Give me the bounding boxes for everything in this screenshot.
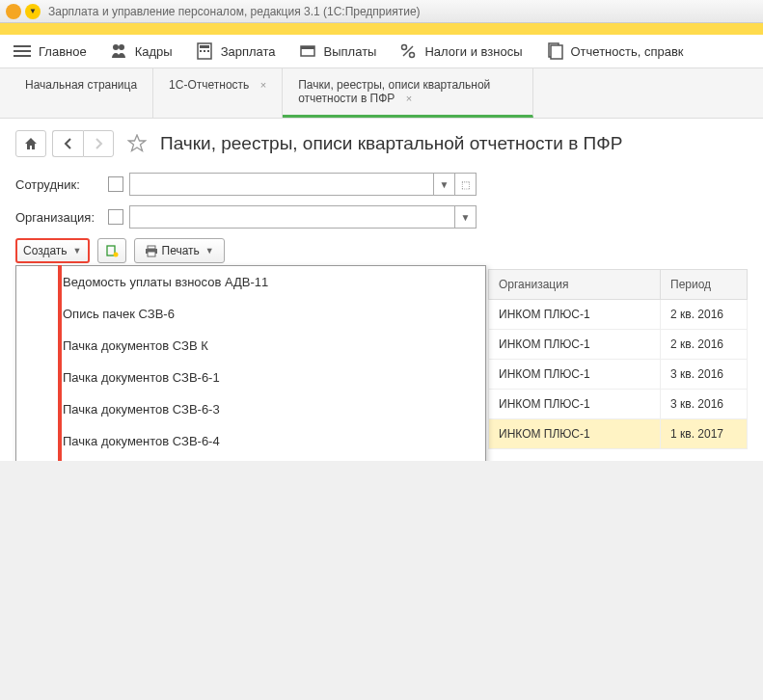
svg-rect-21: [148, 252, 155, 256]
svg-rect-8: [204, 50, 205, 52]
employee-checkbox[interactable]: [108, 176, 123, 192]
menu-label: Налоги и взносы: [424, 44, 522, 59]
org-input-group: ▼: [129, 205, 477, 229]
svg-rect-2: [14, 55, 31, 57]
create-dropdown-menu: Ведомость уплаты взносов АДВ-11 Опись па…: [15, 265, 486, 461]
filter-org-row: Организация: ▼: [15, 205, 748, 229]
menu-label: Главное: [39, 44, 87, 59]
dropdown-item[interactable]: Пачка документов СЗВ К: [16, 330, 485, 362]
dropdown-item[interactable]: Пачка документов СЗВ-6-1: [16, 362, 485, 393]
tab-label: Начальная страница: [25, 78, 137, 92]
svg-rect-19: [148, 246, 155, 249]
annotation-arrow: [58, 265, 62, 461]
page-content: Пачки, реестры, описи квартальной отчетн…: [0, 119, 763, 461]
window-titlebar: ▼ Зарплата и управление персоналом, реда…: [0, 0, 763, 23]
dropdown-item[interactable]: Пачка документов СПВ-1: [16, 457, 485, 461]
menu-reports[interactable]: Отчетность, справк: [546, 42, 684, 60]
yellow-accent-bar: [0, 23, 763, 35]
svg-point-13: [410, 53, 415, 58]
employee-input-group: ▼ ⬚: [129, 173, 477, 196]
title-dropdown-icon[interactable]: ▼: [25, 4, 41, 19]
col-org-header[interactable]: Организация: [489, 270, 661, 300]
calculator-icon: [196, 42, 213, 60]
menu-lines-icon: [14, 42, 31, 60]
svg-point-4: [119, 44, 124, 50]
svg-rect-11: [301, 46, 314, 49]
employee-input[interactable]: [130, 174, 433, 195]
create-label: Создать: [23, 244, 68, 257]
col-period-header[interactable]: Период: [661, 270, 748, 300]
dropdown-item[interactable]: Опись пачек СЗВ-6: [16, 298, 485, 330]
printer-icon: [145, 244, 158, 257]
org-dropdown-btn[interactable]: ▼: [454, 206, 476, 228]
page-title: Пачки, реестры, описи квартальной отчетн…: [160, 133, 622, 154]
create-button[interactable]: Создать ▼: [15, 238, 90, 263]
print-label: Печать: [162, 244, 200, 257]
copy-button[interactable]: [97, 238, 126, 263]
menu-taxes[interactable]: Налоги и взносы: [399, 42, 522, 60]
document-icon: [546, 42, 563, 60]
app-icon: [6, 4, 21, 19]
menu-staff[interactable]: Кадры: [110, 42, 173, 60]
caret-down-icon: ▼: [73, 246, 82, 256]
menu-salary[interactable]: Зарплата: [196, 42, 276, 60]
tab-label: Пачки, реестры, описи квартальной отчетн…: [298, 78, 490, 105]
menu-main[interactable]: Главное: [14, 42, 87, 60]
svg-rect-1: [14, 50, 31, 52]
documents-table: Организация Период ИНКОМ ПЛЮС-12 кв. 201…: [488, 269, 748, 449]
svg-point-3: [113, 44, 119, 50]
table-row[interactable]: ИНКОМ ПЛЮС-13 кв. 2016: [489, 360, 748, 390]
back-button[interactable]: [52, 130, 83, 157]
svg-rect-16: [551, 45, 562, 59]
menu-label: Выплаты: [324, 44, 377, 59]
menu-label: Зарплата: [221, 44, 276, 59]
tab-pfr[interactable]: Пачки, реестры, описи квартальной отчетн…: [283, 68, 533, 118]
forward-button[interactable]: [83, 130, 114, 157]
table-row[interactable]: ИНКОМ ПЛЮС-12 кв. 2016: [489, 300, 748, 330]
tab-home[interactable]: Начальная страница: [10, 68, 153, 118]
print-button[interactable]: Печать ▼: [134, 238, 225, 263]
svg-rect-7: [200, 50, 202, 52]
toolbar: Создать ▼ Печать ▼ Ведомость уплаты взно…: [15, 238, 748, 263]
dropdown-item[interactable]: Пачка документов СЗВ-6-4: [16, 425, 485, 457]
org-label: Организация:: [15, 210, 102, 225]
favorite-star-icon[interactable]: [127, 134, 147, 153]
wallet-icon: [299, 42, 316, 60]
percent-icon: [399, 42, 417, 60]
svg-rect-6: [200, 45, 209, 48]
caret-down-icon: ▼: [205, 246, 214, 256]
tab-1c-report[interactable]: 1С-Отчетность ×: [153, 68, 283, 118]
employee-label: Сотрудник:: [15, 177, 102, 192]
menu-label: Отчетность, справк: [571, 44, 684, 59]
svg-rect-0: [14, 45, 31, 47]
svg-rect-9: [207, 50, 209, 52]
org-input[interactable]: [130, 206, 454, 228]
filter-employee-row: Сотрудник: ▼ ⬚: [15, 173, 748, 196]
svg-point-12: [402, 45, 407, 50]
menu-label: Кадры: [135, 44, 173, 59]
table-row[interactable]: ИНКОМ ПЛЮС-13 кв. 2016: [489, 390, 748, 419]
people-icon: [110, 42, 127, 60]
tabs-bar: Начальная страница 1С-Отчетность × Пачки…: [0, 68, 763, 119]
employee-open-btn[interactable]: ⬚: [454, 174, 476, 195]
org-checkbox[interactable]: [108, 209, 123, 225]
tab-close-icon[interactable]: ×: [260, 79, 266, 91]
svg-line-14: [403, 46, 413, 56]
employee-dropdown-btn[interactable]: ▼: [433, 174, 454, 195]
tab-label: 1С-Отчетность: [169, 78, 249, 92]
dropdown-item[interactable]: Пачка документов СЗВ-6-3: [16, 393, 485, 425]
home-button[interactable]: [15, 130, 46, 157]
menu-payments[interactable]: Выплаты: [299, 42, 377, 60]
svg-point-18: [113, 253, 118, 257]
main-menu: Главное Кадры Зарплата Выплаты Налоги и …: [0, 35, 763, 68]
dropdown-item[interactable]: Ведомость уплаты взносов АДВ-11: [16, 266, 485, 298]
table-row[interactable]: ИНКОМ ПЛЮС-11 кв. 2017: [489, 419, 748, 449]
window-title: Зарплата и управление персоналом, редакц…: [48, 5, 421, 18]
tab-close-icon[interactable]: ×: [406, 93, 412, 104]
page-header: Пачки, реестры, описи квартальной отчетн…: [15, 130, 748, 157]
table-row[interactable]: ИНКОМ ПЛЮС-12 кв. 2016: [489, 330, 748, 360]
